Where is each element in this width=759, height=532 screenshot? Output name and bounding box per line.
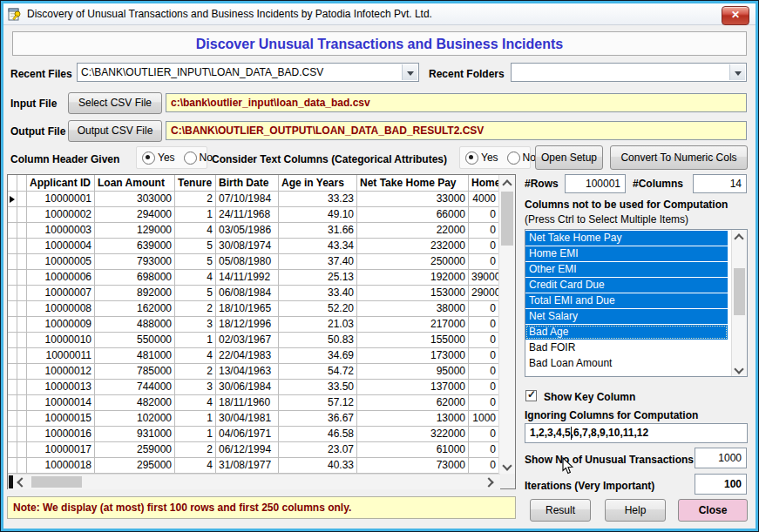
grid-vscroll-thumb[interactable] [501, 192, 513, 246]
row-selector[interactable] [8, 301, 17, 317]
row-selector[interactable] [8, 458, 17, 474]
close-button[interactable]: Close [678, 499, 748, 522]
grid-row[interactable]: 10000001303000207/10/198433.23330004000 [8, 192, 515, 207]
input-file-path[interactable]: c:\bank\outlier_input\loan_data_bad.csv [166, 93, 747, 112]
recent-folders-dropdown-button[interactable] [729, 64, 745, 80]
grid-cell: 73000 [357, 458, 469, 474]
row-selector[interactable] [8, 239, 17, 254]
convert-to-numeric-button[interactable]: Convert To Numeric Cols [610, 145, 748, 170]
row-selector[interactable] [8, 364, 17, 380]
scroll-right-icon[interactable] [484, 477, 493, 487]
row-selector[interactable] [8, 254, 17, 270]
page-title: Discover Unusual Transactions and Busine… [12, 31, 747, 56]
grid-column-header: Age in Years [279, 175, 357, 192]
grid-body: Applicant IDLoan AmountTenureBirth DateA… [8, 175, 515, 474]
rows-count-field[interactable]: 100001 [565, 174, 626, 193]
grid-row[interactable]: 10000015102000130/04/198136.67130001000 [8, 411, 515, 427]
listbox-item[interactable]: Other EMI [525, 262, 728, 277]
grid-cell: 05/08/1980 [216, 254, 279, 270]
output-csv-file-button[interactable]: Output CSV File [68, 120, 162, 142]
listbox-item[interactable]: Bad Loan Amount [525, 356, 728, 371]
scroll-left-icon[interactable] [17, 477, 26, 487]
row-selector[interactable] [8, 411, 17, 427]
chevron-down-icon [407, 71, 414, 76]
listbox-item[interactable]: Net Salary [525, 309, 728, 324]
row-selector[interactable] [8, 192, 17, 207]
scroll-down-icon[interactable] [502, 461, 512, 470]
scroll-down-icon[interactable] [734, 364, 743, 374]
grid-cell: 39000 [469, 270, 499, 286]
grid-cell: 13000 [357, 411, 469, 427]
unusual-transactions-input[interactable]: 1000 [695, 448, 747, 468]
listbox-item[interactable]: Credit Card Due [525, 278, 728, 293]
close-icon[interactable]: ✕ [722, 6, 749, 25]
scroll-up-icon[interactable] [502, 179, 512, 189]
grid-row[interactable]: 10000011481000422/04/198334.691730000 [8, 348, 515, 364]
iterations-input[interactable]: 100 [695, 474, 747, 495]
listbox-item[interactable]: Total EMI and Due [525, 293, 728, 308]
row-selector[interactable] [8, 223, 17, 239]
columns-count-field[interactable]: 14 [693, 174, 747, 193]
grid-cell: 1 [175, 207, 216, 223]
row-selector[interactable] [8, 317, 17, 333]
help-button[interactable]: Help [605, 499, 666, 522]
grid-row[interactable]: 10000018295000431/08/197740.33730000 [8, 458, 515, 474]
listbox-scrollbar[interactable] [731, 230, 747, 376]
grid-row[interactable]: 10000003129000403/05/198631.66220000 [8, 223, 515, 239]
column-header-no-radio[interactable] [184, 152, 197, 165]
grid-row[interactable]: 10000009488000318/12/199621.032170000 [8, 317, 515, 333]
grid-row[interactable]: 10000016931000104/06/197146.583220000 [8, 427, 515, 442]
listbox-item[interactable]: Bad FOIR [525, 340, 728, 355]
grid-hscroll-thumb[interactable] [31, 476, 82, 488]
grid-row[interactable]: 10000004639000530/08/197443.342320000 [8, 239, 515, 254]
grid-cell: 129000 [95, 223, 175, 239]
row-selector[interactable] [8, 270, 17, 286]
listbox-item[interactable]: Net Take Home Pay [525, 231, 728, 246]
grid-vertical-scrollbar[interactable] [498, 175, 515, 474]
row-selector[interactable] [8, 427, 17, 442]
recent-files-dropdown-button[interactable] [402, 64, 417, 80]
row-selector[interactable] [8, 207, 17, 223]
grid-cell: 0 [469, 442, 499, 458]
grid-cell: 0 [469, 427, 499, 442]
column-header-yes-radio[interactable] [142, 152, 155, 165]
listbox-item[interactable]: Bad Age [525, 325, 728, 340]
grid-row[interactable]: 10000017259000206/12/199423.07610000 [8, 442, 515, 458]
grid-cell: 1 [175, 411, 216, 427]
grid-cell: 30/06/1984 [216, 380, 279, 395]
grid-cell: 173000 [357, 348, 469, 364]
grid-row[interactable]: 10000007892000506/08/198433.401530002900… [8, 286, 515, 301]
text-columns-no-radio[interactable] [507, 152, 520, 165]
output-file-path[interactable]: C:\BANK\OUTLIER_OUTPUT\LOAN_DATA_BAD_RES… [166, 121, 747, 140]
result-button[interactable]: Result [530, 499, 591, 522]
open-setup-button[interactable]: Open Setup [535, 145, 603, 170]
grid-row[interactable]: 10000005793000505/08/198037.402500000 [8, 254, 515, 270]
show-key-column-checkbox[interactable]: ✓ [525, 390, 537, 401]
grid-row[interactable]: 10000014482000418/11/196057.12620000 [8, 395, 515, 411]
grid-row[interactable]: 10000002294000124/11/196849.10660000 [8, 207, 515, 223]
row-selector[interactable] [8, 333, 17, 348]
grid-row[interactable]: 10000010550000102/03/196750.831550000 [8, 333, 515, 348]
row-selector[interactable] [8, 286, 17, 301]
grid-row[interactable]: 10000008162000218/10/196552.20380000 [8, 301, 515, 317]
grid-cell: 30/04/1981 [216, 411, 279, 427]
text-columns-yes-radio[interactable] [465, 152, 478, 165]
grid-row[interactable]: 10000013744000330/06/198433.501370000 [8, 380, 515, 395]
ignoring-columns-input[interactable]: 1,2,3,4,5,6,7,8,9,10,11,12 [525, 423, 748, 443]
grid-row[interactable]: 10000006698000414/11/199225.131920003900… [8, 270, 515, 286]
recent-folders-combo[interactable] [511, 63, 747, 82]
grid-cell: 10000017 [27, 442, 95, 458]
listbox-item[interactable]: Home EMI [525, 246, 728, 261]
select-csv-file-button[interactable]: Select CSV File [68, 92, 162, 114]
unusual-transactions-label: Show No of Unusual Transactions [525, 454, 694, 466]
row-selector[interactable] [8, 380, 17, 395]
row-selector[interactable] [8, 442, 17, 458]
recent-files-combo[interactable]: C:\BANK\OUTLIER_INPUT\LOAN_DATA_BAD.CSV [77, 63, 419, 82]
row-selector[interactable] [8, 395, 17, 411]
grid-corner-block [9, 475, 13, 488]
grid-horizontal-scrollbar[interactable] [8, 474, 500, 489]
scroll-up-icon[interactable] [734, 233, 743, 243]
listbox-scroll-thumb[interactable] [734, 268, 745, 315]
row-selector[interactable] [8, 348, 17, 364]
grid-row[interactable]: 10000012785000213/04/196354.72950000 [8, 364, 515, 380]
